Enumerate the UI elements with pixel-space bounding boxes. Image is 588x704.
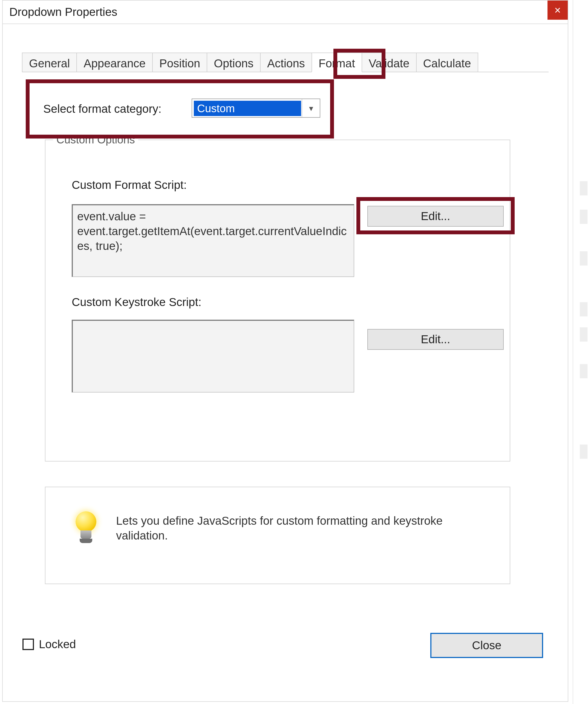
tab-calculate[interactable]: Calculate (416, 53, 478, 72)
tab-options[interactable]: Options (207, 53, 260, 72)
tab-format[interactable]: Format (311, 53, 362, 72)
format-info-text: Lets you define JavaScripts for custom f… (116, 514, 488, 543)
tab-strip: General Appearance Position Options Acti… (22, 53, 478, 72)
close-button[interactable]: Close (430, 633, 543, 658)
tab-validate[interactable]: Validate (362, 53, 417, 72)
locked-label: Locked (39, 638, 76, 651)
tab-general[interactable]: General (22, 53, 77, 72)
titlebar: Dropdown Properties × (3, 1, 568, 24)
tab-appearance[interactable]: Appearance (76, 53, 153, 72)
tab-actions[interactable]: Actions (260, 53, 312, 72)
dropdown-properties-dialog: Dropdown Properties × General Appearance… (2, 0, 568, 702)
window-close-button[interactable]: × (547, 1, 568, 20)
tab-position[interactable]: Position (152, 53, 207, 72)
lightbulb-icon (73, 511, 99, 546)
background-right-strip (573, 0, 588, 704)
window-title: Dropdown Properties (9, 5, 117, 19)
tab-panel-border (22, 72, 548, 471)
locked-checkbox-row[interactable]: Locked (22, 638, 76, 651)
locked-checkbox[interactable] (22, 639, 34, 650)
